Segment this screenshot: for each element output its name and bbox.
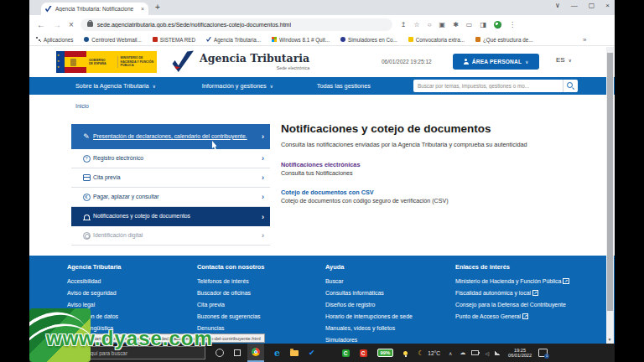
footer-link[interactable]: Horario de interrupciones de sede [325, 313, 449, 321]
footer-link[interactable]: Buscador de oficinas [197, 290, 319, 297]
stop-button[interactable]: × [69, 20, 74, 29]
footer-link[interactable]: Diseños de registro [325, 302, 449, 309]
footer-link[interactable]: Consultas informáticas [325, 290, 449, 297]
chrome-icon [252, 348, 260, 356]
window-close-button[interactable]: × [605, 2, 610, 9]
side-panel-icon[interactable]: ◨ [480, 21, 486, 28]
scrollbar-down-arrow-icon[interactable]: ▼ [608, 337, 612, 342]
sidebar-item-identificacion-digital[interactable]: Identificación digital › [71, 226, 270, 246]
blue-check-app-icon[interactable]: ✔ [309, 349, 315, 357]
bookmark-item[interactable]: Agencia Tributaria... [206, 37, 261, 43]
browser-tab[interactable]: Agencia Tributaria: Notificacione × [41, 3, 148, 15]
link-notificaciones-electronicas[interactable]: Notificaciones electrónicas [281, 161, 608, 168]
site-search-input[interactable] [413, 80, 563, 92]
footer-link[interactable]: Fiscalidad autonómica y local↗ [455, 290, 585, 297]
language-selector[interactable]: ES ∨ [556, 56, 572, 64]
bookmark-favicon-icon [475, 37, 480, 42]
window-maximize-button[interactable]: ▢ [589, 2, 595, 9]
browser-menu-icon[interactable]: ⋮ [509, 21, 516, 28]
site-brand[interactable]: Agencia Tributaria Sede electrónica [200, 52, 309, 70]
weather-temperature[interactable]: 12°C [428, 350, 440, 356]
footer-link[interactable]: Consejo para la Defensa del Contribuyent… [455, 302, 585, 309]
sidebar-item-cita-previa[interactable]: Cita previa › [71, 168, 270, 188]
bookmark-item[interactable]: ¿Qué estructura de... [475, 37, 533, 43]
lock-icon [87, 22, 93, 27]
window-minimize-button[interactable]: — [571, 2, 578, 9]
moon-weather-icon[interactable]: ☾ [418, 349, 423, 357]
footer-link[interactable]: Aviso de seguridad [67, 290, 184, 297]
calendar-icon [83, 174, 91, 181]
footer-link[interactable]: Buscar [325, 278, 449, 286]
sidebar-item-notificaciones-cotejo[interactable]: Notificaciones y cotejo de documentos › [71, 207, 270, 226]
extensions-pin-icon[interactable]: ✱ [453, 21, 459, 28]
task-view-icon[interactable] [234, 349, 241, 356]
bookmark-favicon-icon [272, 37, 277, 42]
system-tray: ☁ ◁ [460, 349, 501, 356]
footer-link[interactable]: Buzones de sugerencias [197, 313, 319, 321]
battery-level-badge[interactable]: 99% [377, 349, 394, 357]
taskbar-clock[interactable]: 19:25 06/01/2022 [508, 348, 532, 359]
nav-sobre-la-agencia[interactable]: Sobre la Agencia Tributaria∨ [75, 82, 156, 90]
sidebar-item-presentacion-declaraciones[interactable]: ✎ Presentación de declaraciones, calenda… [71, 124, 270, 149]
file-explorer-icon[interactable] [290, 350, 299, 356]
window-menu-chevron-icon[interactable]: ∨ [555, 2, 560, 9]
battery-icon[interactable] [471, 350, 479, 355]
scrollbar-thumb[interactable] [607, 53, 613, 311]
camtasia-icon[interactable]: C [342, 349, 350, 357]
cast-icon[interactable]: ▭ [466, 21, 473, 28]
external-link-icon: ↗ [532, 290, 538, 296]
url-text[interactable]: sede.agenciatributaria.gob.es/Sede/notif… [97, 22, 291, 28]
search-button[interactable] [563, 80, 578, 92]
nav-informacion-gestiones[interactable]: Información y gestiones∨ [202, 82, 273, 90]
bookmark-item[interactable]: Centrored Webmail... [84, 37, 141, 43]
bookmark-item[interactable]: Windows 8.1 # Quit... [272, 37, 330, 43]
sidebar-menu: ✎ Presentación de declaraciones, calenda… [71, 124, 270, 246]
footer-link[interactable]: Ministerio de Hacienda y Función Pública… [455, 278, 585, 286]
sidebar-item-pagar-aplazar[interactable]: € Pagar, aplazar y consultar › [71, 188, 270, 207]
agencia-tributaria-logo-icon [172, 50, 194, 72]
nav-todas-las-gestiones[interactable]: Todas las gestiones [317, 82, 371, 90]
cortana-icon[interactable] [216, 349, 224, 357]
extension-icon[interactable]: ▣ [439, 21, 446, 28]
page-intro: Consulta las notificaciones enviadas por… [281, 141, 576, 149]
area-personal-button[interactable]: ÁREA PERSONAL ∨ [453, 54, 539, 70]
profile-circle-icon[interactable]: ○ [428, 21, 432, 28]
question-circle-icon: ? [83, 155, 91, 163]
pencil-icon: ✎ [80, 132, 93, 141]
agencia-tributaria-favicon-icon [45, 6, 52, 13]
footer-link[interactable]: Teléfonos de interés [197, 278, 319, 286]
footer-link[interactable]: Manuales, vídeos y folletos [325, 325, 449, 333]
bookmark-item[interactable]: Convocatoria extra... [408, 37, 465, 43]
new-tab-button[interactable]: + [155, 3, 160, 12]
edge-icon[interactable]: e [274, 348, 280, 359]
tray-chevron-up-icon[interactable]: ∧ [449, 350, 452, 356]
link-description: Consulta tus Notificaciones [281, 170, 608, 177]
url-bar[interactable]: sede.agenciatributaria.gob.es/Sede/notif… [80, 18, 392, 31]
footer-link[interactable]: Accesibilidad [67, 278, 184, 286]
profile-avatar[interactable] [494, 21, 501, 28]
bookmark-item[interactable]: Simuladores en Co... [340, 37, 397, 43]
sidebar-item-registro-electronico[interactable]: ? Registro electrónico › [71, 149, 270, 168]
breadcrumb-inicio[interactable]: Inicio [75, 103, 89, 109]
back-button[interactable]: ← [37, 20, 45, 29]
bookmark-star-icon[interactable]: ☆ [414, 21, 420, 28]
bookmark-item[interactable]: Aplicaciones [36, 37, 73, 43]
link-cotejo-documentos-csv[interactable]: Cotejo de documentos con CSV [281, 189, 608, 196]
recorder-icon[interactable]: C [360, 349, 367, 357]
share-icon[interactable]: ↥ [401, 21, 407, 28]
footer-link[interactable]: Denuncias [197, 325, 319, 333]
footer-link[interactable]: Punto de Acceso General↗ [455, 313, 585, 321]
onedrive-icon[interactable]: ☁ [460, 349, 465, 356]
network-icon[interactable] [495, 351, 501, 355]
page-title: Notificaciones y cotejo de documentos [281, 122, 608, 135]
footer-link[interactable]: Cita previa [197, 302, 319, 309]
pink-app-icon[interactable] [325, 349, 332, 356]
tab-close-icon[interactable]: × [141, 6, 144, 12]
bookmarks-overflow-icon[interactable]: » [583, 36, 586, 44]
volume-icon[interactable]: ◁ [485, 350, 489, 356]
action-center-icon[interactable]: 1 [538, 349, 548, 357]
chrome-taskbar-icon[interactable] [247, 344, 264, 362]
footer-link[interactable]: Simuladores [325, 337, 449, 344]
bookmark-item[interactable]: SISTEMA RED [153, 37, 195, 43]
page-scrollbar[interactable]: ▼ [606, 47, 614, 344]
